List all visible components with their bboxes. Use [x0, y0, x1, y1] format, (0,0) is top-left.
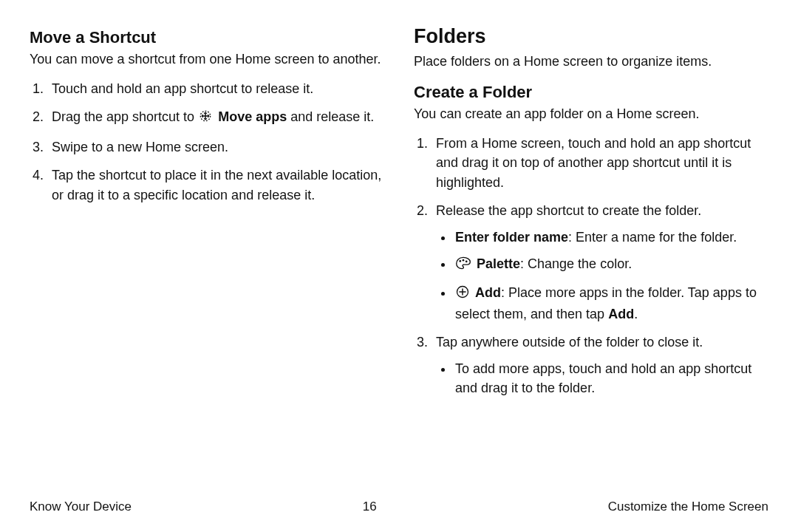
- left-column: Move a Shortcut You can move a shortcut …: [30, 22, 384, 406]
- page-footer: Know Your Device 16 Customize the Home S…: [30, 499, 768, 514]
- footer-left: Know Your Device: [30, 499, 132, 514]
- move-shortcut-heading: Move a Shortcut: [30, 28, 384, 47]
- step-3: Swipe to a new Home screen.: [47, 137, 384, 157]
- cf-step-1: From a Home screen, touch and hold an ap…: [432, 134, 768, 191]
- step-1: Touch and hold an app shortcut to releas…: [47, 79, 384, 98]
- cf-step-3: Tap anywhere outside of the folder to cl…: [432, 332, 768, 398]
- create-folder-steps: From a Home screen, touch and hold an ap…: [414, 134, 768, 398]
- footer-page-number: 16: [363, 499, 377, 514]
- folders-title: Folders: [414, 25, 768, 48]
- cf-step-2: Release the app shortcut to create the f…: [432, 201, 768, 324]
- svg-point-2: [463, 259, 465, 262]
- move-shortcut-intro: You can move a shortcut from one Home sc…: [30, 50, 384, 69]
- cf-step-3-bullets: To add more apps, touch and hold an app …: [436, 359, 768, 398]
- step-2: Drag the app shortcut to Move apps and r…: [47, 107, 384, 129]
- step-4: Tap the shortcut to place it in the next…: [47, 166, 384, 204]
- create-folder-intro: You can create an app folder on a Home s…: [414, 105, 768, 123]
- svg-point-1: [459, 260, 461, 262]
- palette-icon: [455, 256, 471, 276]
- add-icon: [455, 284, 470, 304]
- move-shortcut-steps: Touch and hold an app shortcut to releas…: [30, 79, 384, 204]
- footer-right: Customize the Home Screen: [608, 499, 768, 514]
- bullet-add: Add: Place more apps in the folder. Tap …: [454, 283, 768, 324]
- bullet-enter-name: Enter folder name: Enter a name for the …: [454, 228, 768, 247]
- move-apps-icon: [198, 109, 213, 129]
- bullet-more-apps: To add more apps, touch and hold an app …: [454, 359, 768, 398]
- cf-step-2-bullets: Enter folder name: Enter a name for the …: [436, 228, 768, 324]
- folders-intro: Place folders on a Home screen to organi…: [414, 52, 768, 71]
- create-folder-heading: Create a Folder: [414, 83, 768, 102]
- right-column: Folders Place folders on a Home screen t…: [414, 22, 768, 406]
- bullet-palette: Palette: Change the color.: [454, 254, 768, 276]
- svg-point-3: [466, 260, 468, 262]
